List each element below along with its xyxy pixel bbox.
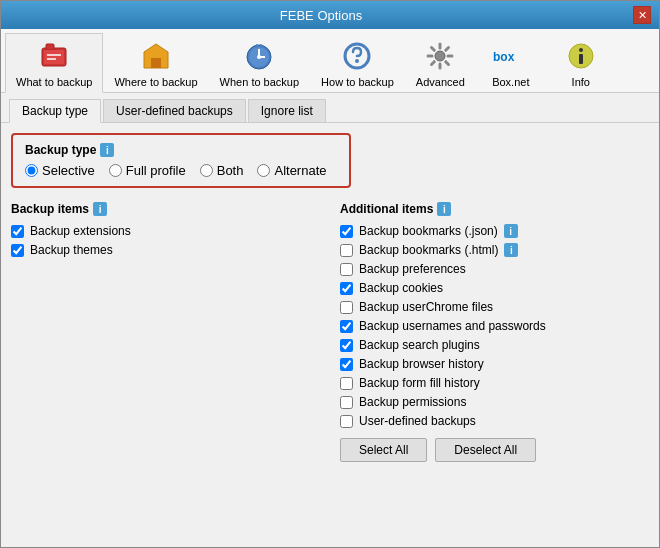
toolbar-item-what-to-backup[interactable]: What to backup (5, 33, 103, 93)
tab-ignore-list[interactable]: Ignore list (248, 99, 326, 122)
backup-type-section: Backup type i Selective Full profile Bot… (11, 133, 351, 188)
backup-items-info-icon[interactable]: i (93, 202, 107, 216)
item-permissions: Backup permissions (340, 395, 649, 409)
window-controls: ✕ (633, 6, 651, 24)
backup-items-column: Backup items i Backup extensions Backup … (11, 202, 320, 462)
label-passwords: Backup usernames and passwords (359, 319, 546, 333)
label-bookmarks-json: Backup bookmarks (.json) (359, 224, 498, 238)
close-button[interactable]: ✕ (633, 6, 651, 24)
toolbar-label-when-to-backup: When to backup (220, 76, 300, 88)
checkbox-bookmarks-html[interactable] (340, 244, 353, 257)
svg-point-15 (355, 59, 359, 63)
content-area: Backup type i Selective Full profile Bot… (1, 123, 659, 547)
how-to-backup-icon (339, 38, 375, 74)
toolbar-item-where-to-backup[interactable]: Where to backup (103, 33, 208, 92)
svg-line-21 (432, 48, 435, 51)
item-userchrome: Backup userChrome files (340, 300, 649, 314)
checkbox-themes[interactable]: Backup themes (11, 243, 320, 257)
checkbox-extensions-input[interactable] (11, 225, 24, 238)
backup-type-title: Backup type (25, 143, 96, 157)
checkbox-themes-input[interactable] (11, 244, 24, 257)
label-preferences: Backup preferences (359, 262, 466, 276)
backup-type-header: Backup type i (25, 143, 337, 157)
toolbar-item-box-net[interactable]: box Box.net (476, 33, 546, 92)
checkbox-user-defined-backups[interactable] (340, 415, 353, 428)
item-user-defined-backups: User-defined backups (340, 414, 649, 428)
toolbar-label-box-net: Box.net (492, 76, 529, 88)
item-form-fill: Backup form fill history (340, 376, 649, 390)
where-to-backup-icon (138, 38, 174, 74)
advanced-icon (422, 38, 458, 74)
svg-rect-6 (151, 58, 161, 68)
radio-full-profile-input[interactable] (109, 164, 122, 177)
radio-alternate-label: Alternate (274, 163, 326, 178)
checkbox-form-fill[interactable] (340, 377, 353, 390)
additional-items-header: Additional items i (340, 202, 649, 216)
backup-type-info-icon[interactable]: i (100, 143, 114, 157)
svg-line-24 (432, 62, 435, 65)
item-browser-history: Backup browser history (340, 357, 649, 371)
checkbox-userchrome[interactable] (340, 301, 353, 314)
toolbar-item-when-to-backup[interactable]: When to backup (209, 33, 311, 92)
box-net-icon: box (493, 38, 529, 74)
title-bar: FEBE Options ✕ (1, 1, 659, 29)
toolbar-label-what-to-backup: What to backup (16, 76, 92, 88)
checkbox-search-plugins[interactable] (340, 339, 353, 352)
label-user-defined-backups: User-defined backups (359, 414, 476, 428)
radio-selective-label: Selective (42, 163, 95, 178)
radio-full-profile[interactable]: Full profile (109, 163, 186, 178)
radio-both[interactable]: Both (200, 163, 244, 178)
label-form-fill: Backup form fill history (359, 376, 480, 390)
checkbox-extensions-label: Backup extensions (30, 224, 131, 238)
backup-items-header: Backup items i (11, 202, 320, 216)
deselect-all-button[interactable]: Deselect All (435, 438, 536, 462)
checkbox-browser-history[interactable] (340, 358, 353, 371)
tab-user-defined[interactable]: User-defined backups (103, 99, 246, 122)
toolbar-label-info: Info (572, 76, 590, 88)
what-to-backup-icon (36, 38, 72, 74)
item-search-plugins: Backup search plugins (340, 338, 649, 352)
checkbox-themes-label: Backup themes (30, 243, 113, 257)
checkbox-cookies[interactable] (340, 282, 353, 295)
toolbar-label-how-to-backup: How to backup (321, 76, 394, 88)
toolbar-item-how-to-backup[interactable]: How to backup (310, 33, 405, 92)
items-columns: Backup items i Backup extensions Backup … (11, 202, 649, 462)
info-bookmarks-html[interactable]: i (504, 243, 518, 257)
tab-backup-type[interactable]: Backup type (9, 99, 101, 123)
checkbox-bookmarks-json[interactable] (340, 225, 353, 238)
additional-items-info-icon[interactable]: i (437, 202, 451, 216)
item-bookmarks-json: Backup bookmarks (.json) i (340, 224, 649, 238)
toolbar-label-advanced: Advanced (416, 76, 465, 88)
svg-line-23 (446, 48, 449, 51)
checkbox-preferences[interactable] (340, 263, 353, 276)
checkbox-permissions[interactable] (340, 396, 353, 409)
additional-items-title: Additional items (340, 202, 433, 216)
radio-alternate-input[interactable] (257, 164, 270, 177)
toolbar-item-info[interactable]: Info (546, 33, 616, 92)
toolbar-item-advanced[interactable]: Advanced (405, 33, 476, 92)
main-window: FEBE Options ✕ What to backup (0, 0, 660, 548)
radio-selective-input[interactable] (25, 164, 38, 177)
info-bookmarks-json[interactable]: i (504, 224, 518, 238)
svg-rect-12 (256, 44, 258, 48)
radio-selective[interactable]: Selective (25, 163, 95, 178)
item-passwords: Backup usernames and passwords (340, 319, 649, 333)
radio-full-profile-label: Full profile (126, 163, 186, 178)
backup-items-title: Backup items (11, 202, 89, 216)
svg-text:box: box (493, 50, 515, 64)
label-search-plugins: Backup search plugins (359, 338, 480, 352)
label-browser-history: Backup browser history (359, 357, 484, 371)
svg-line-22 (446, 62, 449, 65)
checkbox-extensions[interactable]: Backup extensions (11, 224, 320, 238)
window-title: FEBE Options (9, 8, 633, 23)
svg-rect-13 (260, 44, 262, 48)
radio-both-input[interactable] (200, 164, 213, 177)
toolbar: What to backup Where to backup (1, 29, 659, 93)
label-bookmarks-html: Backup bookmarks (.html) (359, 243, 498, 257)
item-cookies: Backup cookies (340, 281, 649, 295)
select-all-button[interactable]: Select All (340, 438, 427, 462)
radio-alternate[interactable]: Alternate (257, 163, 326, 178)
label-permissions: Backup permissions (359, 395, 466, 409)
radio-both-label: Both (217, 163, 244, 178)
checkbox-passwords[interactable] (340, 320, 353, 333)
